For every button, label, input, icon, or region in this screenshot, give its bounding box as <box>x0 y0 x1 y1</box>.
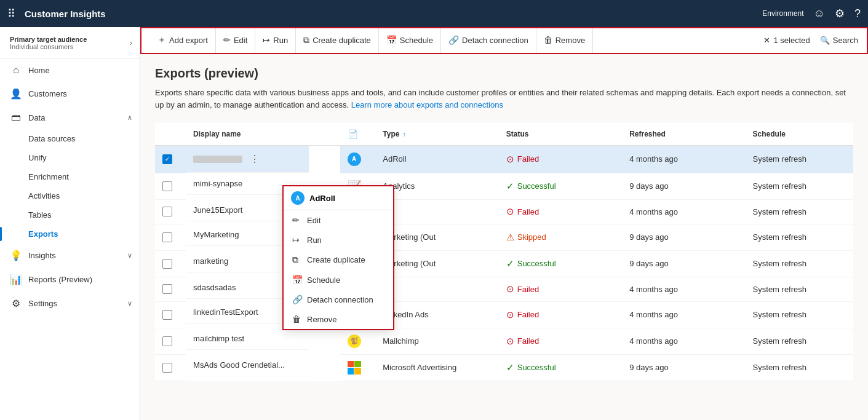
help-icon[interactable]: ? <box>854 7 861 20</box>
cell-type-icon <box>340 354 376 381</box>
col-schedule[interactable]: Schedule <box>746 123 853 146</box>
insights-chevron-icon: ∨ <box>127 252 132 260</box>
cell-status: ⊙Failed <box>499 146 622 173</box>
remove-button[interactable]: 🗑 Remove <box>536 27 593 53</box>
cell-checkbox[interactable]: ✓ <box>155 146 186 173</box>
close-selected-icon[interactable]: ✕ <box>763 36 770 45</box>
table-row[interactable]: linkedinTestExport in LinkedIn Ads ⊙Fail… <box>155 301 853 328</box>
cell-type: LinkedIn Ads <box>375 301 498 328</box>
app-grid-icon[interactable]: ⠿ <box>7 7 18 20</box>
sidebar-item-insights[interactable]: 💡 Insights ∨ <box>0 244 140 267</box>
cell-status: ⊙Failed <box>499 301 622 328</box>
checkbox-unchecked[interactable] <box>162 207 172 216</box>
gear-icon[interactable]: ⚙ <box>835 7 845 20</box>
checkbox-checked[interactable]: ✓ <box>162 154 172 164</box>
checkbox-unchecked[interactable] <box>162 232 172 242</box>
table-row[interactable]: MsAds Good Crendetial... Microsoft Adver… <box>155 354 853 381</box>
cell-status: ✓Successful <box>499 250 622 277</box>
checkbox-unchecked[interactable] <box>162 310 172 320</box>
cell-checkbox[interactable] <box>155 250 186 277</box>
table-row[interactable]: sdasdsadas 📄 ⊙Failed 4 months ago System… <box>155 277 853 301</box>
sidebar-item-settings[interactable]: ⚙ Settings ∨ <box>0 291 140 315</box>
status-text: Skipped <box>517 232 546 242</box>
cell-checkbox[interactable] <box>155 173 186 199</box>
table-row[interactable]: mimi-synapse 📈 Analytics ✓Successful 9 d… <box>155 173 853 199</box>
sidebar-item-reports[interactable]: 📊 Reports (Preview) <box>0 267 140 291</box>
sidebar-item-data[interactable]: 🗃 Data ∧ <box>0 106 140 129</box>
sidebar-item-enrichment[interactable]: Enrichment <box>0 167 140 186</box>
context-menu-edit[interactable]: ✏ Edit <box>284 210 393 230</box>
col-status[interactable]: Status <box>499 123 622 146</box>
edit-label: Edit <box>234 36 247 45</box>
cell-checkbox[interactable] <box>155 328 186 354</box>
exports-table: Display name 📄 Type ↑ Status Refreshed S… <box>155 123 853 381</box>
cell-checkbox[interactable] <box>155 354 186 381</box>
run-button[interactable]: ↦ Run <box>255 27 296 53</box>
cell-status: ⊙Failed <box>499 328 622 354</box>
cell-name: mailchimp test <box>186 328 309 350</box>
context-menu-create-duplicate[interactable]: ⧉ Create duplicate <box>284 250 393 270</box>
table-row[interactable]: MyMarketing 📣 Marketing (Out ⚠Skipped 9 … <box>155 224 853 250</box>
sidebar-item-data-sources[interactable]: Data sources <box>0 129 140 148</box>
checkbox-unchecked[interactable] <box>162 336 172 346</box>
cell-checkbox[interactable] <box>155 301 186 328</box>
context-menu-remove[interactable]: 🗑 Remove <box>284 309 393 329</box>
checkbox-unchecked[interactable] <box>162 259 172 269</box>
detach-connection-button[interactable]: 🔗 Detach connection <box>441 27 536 53</box>
user-icon[interactable]: ☺ <box>814 7 825 20</box>
sidebar-item-exports[interactable]: Exports <box>0 224 140 244</box>
col-type[interactable]: Type ↑ <box>375 123 498 146</box>
audience-label: Primary target audience <box>10 36 87 43</box>
status-badge: ⊙Failed <box>506 206 615 217</box>
checkbox-unchecked[interactable] <box>162 181 172 191</box>
sidebar-reports-label: Reports (Preview) <box>28 275 92 284</box>
context-menu-run[interactable]: ↦ Run <box>284 230 393 250</box>
cell-checkbox[interactable] <box>155 199 186 224</box>
edit-button[interactable]: ✏ Edit <box>216 27 255 53</box>
status-badge: ⊙Failed <box>506 309 615 320</box>
sidebar-item-home[interactable]: ⌂ Home <box>0 58 140 82</box>
status-text: Successful <box>517 259 556 268</box>
toolbar: ＋ Add export ✏ Edit ↦ Run ⧉ Create dupli… <box>140 27 868 54</box>
sidebar-audience[interactable]: Primary target audience Individual consu… <box>0 27 140 58</box>
remove-label: Remove <box>555 36 585 45</box>
add-export-button[interactable]: ＋ Add export <box>150 27 216 53</box>
create-duplicate-button[interactable]: ⧉ Create duplicate <box>296 27 379 53</box>
cell-checkbox[interactable] <box>155 224 186 250</box>
table-row[interactable]: ✓ ⋮ A AdRoll ⊙Failed 4 months ago System… <box>155 146 853 173</box>
search-label: Search <box>833 36 858 45</box>
learn-more-link[interactable]: Learn more about exports and connections <box>351 100 503 109</box>
col-display-name[interactable]: Display name <box>186 123 340 146</box>
cell-type-icon: A <box>340 146 376 173</box>
export-name: June15Export <box>193 205 242 215</box>
schedule-button[interactable]: 📅 Schedule <box>379 27 441 53</box>
duplicate-icon: ⧉ <box>303 35 309 46</box>
checkbox-unchecked[interactable] <box>162 363 172 373</box>
status-icon: ✓ <box>506 362 514 373</box>
cell-checkbox[interactable] <box>155 277 186 301</box>
customers-icon: 👤 <box>10 88 22 100</box>
cell-schedule: System refresh <box>746 199 853 224</box>
ellipsis-button[interactable]: ⋮ <box>246 152 263 166</box>
table-row[interactable]: June15Export 📄 ⊙Failed 4 months ago Syst… <box>155 199 853 224</box>
sidebar-data-label: Data <box>28 113 45 122</box>
cell-type: AdRoll <box>375 146 498 173</box>
col-refreshed[interactable]: Refreshed <box>622 123 745 146</box>
sidebar-item-customers[interactable]: 👤 Customers <box>0 82 140 106</box>
checkbox-unchecked[interactable] <box>162 284 172 294</box>
table-row[interactable]: marketing 📣 Marketing (Out ✓Successful 9… <box>155 250 853 277</box>
page-content: Exports (preview) Exports share specific… <box>140 54 868 420</box>
search-area[interactable]: 🔍 Search <box>820 36 858 45</box>
cell-type: Microsoft Advertising <box>375 354 498 381</box>
selected-label: 1 selected <box>774 36 810 45</box>
sidebar-item-activities[interactable]: Activities <box>0 186 140 205</box>
status-text: Failed <box>517 310 539 319</box>
context-menu-schedule[interactable]: 📅 Schedule <box>284 270 393 290</box>
sidebar-item-unify[interactable]: Unify <box>0 148 140 167</box>
data-icon: 🗃 <box>10 112 22 123</box>
context-menu-detach[interactable]: 🔗 Detach connection <box>284 290 393 309</box>
status-text: Failed <box>517 285 539 294</box>
edit-icon: ✏ <box>223 35 231 45</box>
sidebar-item-tables[interactable]: Tables <box>0 205 140 224</box>
table-row[interactable]: mailchimp test 🐒 Mailchimp ⊙Failed 4 mon… <box>155 328 853 354</box>
